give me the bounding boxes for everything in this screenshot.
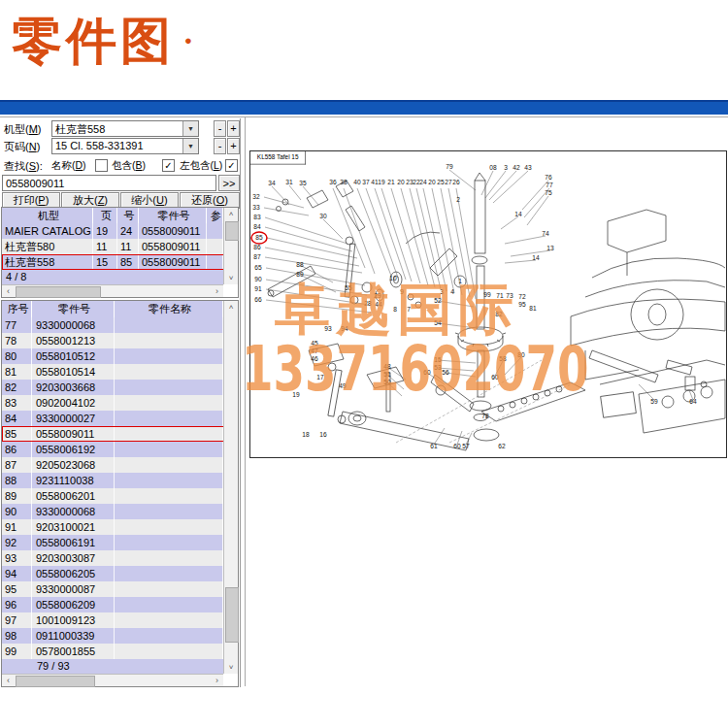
part-number-label: 60 xyxy=(453,443,460,449)
part-row[interactable]: 810558010514 xyxy=(2,364,238,380)
part-number-label: 33 xyxy=(252,204,259,211)
part-row[interactable]: 960558006209 xyxy=(2,597,238,612)
part-row[interactable]: 909330000068 xyxy=(2,504,238,519)
part-number-label: 82 xyxy=(495,311,502,317)
name-checkbox[interactable] xyxy=(95,159,108,172)
part-row[interactable]: 860558006192 xyxy=(2,442,238,457)
part-cell xyxy=(115,380,223,395)
page-row: 页码(N) 15 Cl. 558-331391 ▼ - + xyxy=(1,138,240,154)
title-bullet: ● xyxy=(184,33,192,48)
scroll-right-icon[interactable]: › xyxy=(211,285,223,297)
scroll-down-icon[interactable]: ˅ xyxy=(224,661,238,674)
part-row[interactable]: 940558006205 xyxy=(2,566,238,581)
part-row[interactable]: 980911000339 xyxy=(2,628,238,644)
part-cell: 9231110038 xyxy=(32,473,115,488)
page-combo[interactable]: 15 Cl. 558-331391 ▼ xyxy=(51,138,199,154)
scroll-left-icon[interactable]: ‹ xyxy=(2,285,15,297)
diagram-box: KL558 Tafel 15 7908342437677753431353638… xyxy=(249,150,727,458)
results-hscroll-thumb[interactable] xyxy=(16,286,101,298)
parts-hscrollbar[interactable]: ‹ › xyxy=(2,674,223,686)
scroll-right-icon[interactable]: › xyxy=(211,675,223,686)
part-cell: 9203003668 xyxy=(32,380,115,395)
part-row[interactable]: 779330000068 xyxy=(2,317,238,333)
scroll-up-icon[interactable]: ˄ xyxy=(224,301,238,314)
part-number-label: 60 xyxy=(423,369,430,376)
part-cell: 0558009011 xyxy=(32,426,115,442)
part-number-label: 91 xyxy=(254,285,261,292)
part-number-label: 19 xyxy=(378,179,384,185)
part-row[interactable]: 959330000087 xyxy=(2,581,238,597)
part-cell: 88 xyxy=(2,473,32,488)
search-go-button[interactable]: >> xyxy=(218,175,240,191)
part-row[interactable]: 849330000027 xyxy=(2,411,238,426)
part-number-label: 24 xyxy=(419,179,426,185)
part-cell xyxy=(115,535,223,550)
parts-vscroll-thumb[interactable] xyxy=(225,587,239,643)
part-row[interactable]: 890558006201 xyxy=(2,488,238,504)
part-row[interactable]: 850558009011 xyxy=(2,426,238,442)
part-number-label: 46 xyxy=(311,355,317,362)
results-vscrollbar[interactable]: ˄ ˅ xyxy=(223,208,238,284)
contain-checkbox[interactable]: ✓ xyxy=(162,159,175,172)
part-cell: 95 xyxy=(2,581,32,597)
part-row[interactable]: 939203003087 xyxy=(2,550,238,566)
results-vscroll-thumb[interactable] xyxy=(225,221,239,241)
scroll-down-icon[interactable]: ˅ xyxy=(224,272,238,284)
part-cell: 86 xyxy=(2,442,32,457)
part-cell: 0558010514 xyxy=(32,364,115,380)
part-number-label: 8 xyxy=(393,306,397,313)
page-plus-button[interactable]: + xyxy=(227,138,240,154)
parts-hscroll-thumb[interactable] xyxy=(16,676,95,687)
parts-status-row: 79 / 93 xyxy=(2,659,238,674)
scroll-left-icon[interactable]: ‹ xyxy=(2,675,15,686)
col-index: 序号 xyxy=(2,301,32,317)
col-no: 号 xyxy=(117,208,139,223)
part-number-label: 16 xyxy=(319,431,326,438)
part-number-label: 65 xyxy=(254,264,261,271)
part-number-label: 90 xyxy=(254,276,261,282)
machine-minus-button[interactable]: - xyxy=(214,120,226,137)
part-number-label: 35 xyxy=(299,180,306,186)
part-cell xyxy=(115,550,223,566)
part-row[interactable]: 889231110038 xyxy=(2,473,238,488)
search-input[interactable] xyxy=(2,175,216,191)
part-number-label: 73 xyxy=(506,292,513,299)
result-cell: 0558009011 xyxy=(139,254,207,270)
part-row[interactable]: 919203100021 xyxy=(2,519,238,535)
part-number-label: 85 xyxy=(255,234,262,241)
part-row[interactable]: 920558006191 xyxy=(2,535,238,550)
left-contain-checkbox[interactable]: ✓ xyxy=(225,159,238,172)
part-number-label: 78 xyxy=(481,413,488,419)
part-row[interactable]: 829203003668 xyxy=(2,380,238,395)
part-cell: 81 xyxy=(2,364,32,380)
machine-combo-arrow-icon[interactable]: ▼ xyxy=(182,121,198,136)
part-number-label: 36 xyxy=(329,179,336,185)
machine-plus-button[interactable]: + xyxy=(227,120,240,137)
part-cell xyxy=(115,364,223,380)
part-row[interactable]: 830902004102 xyxy=(2,395,238,411)
machine-combo[interactable]: 杜克普558 ▼ xyxy=(51,120,199,137)
part-number-label: 56 xyxy=(442,369,448,376)
page-combo-arrow-icon[interactable]: ▼ xyxy=(182,139,198,153)
part-row[interactable]: 990578001855 xyxy=(2,644,238,659)
part-number-label: 89 xyxy=(296,271,303,278)
results-hscrollbar[interactable]: ‹ › xyxy=(2,284,223,297)
page-minus-button[interactable]: - xyxy=(214,138,226,154)
result-row[interactable]: 杜克普55815850558009011 xyxy=(2,254,238,270)
part-row[interactable]: 800558010512 xyxy=(2,348,238,364)
result-row[interactable]: MAIER CATALOG19240558009011 xyxy=(2,223,238,239)
part-cell: 84 xyxy=(2,411,32,426)
part-number-label: 95 xyxy=(518,301,525,308)
part-row[interactable]: 971001009123 xyxy=(2,612,238,628)
part-row[interactable]: 879205023068 xyxy=(2,457,238,473)
part-number-label: 94 xyxy=(341,325,347,332)
part-cell: 87 xyxy=(2,457,32,473)
scroll-up-icon[interactable]: ˄ xyxy=(224,208,238,220)
part-number-label: 99 xyxy=(483,291,490,298)
result-row[interactable]: 杜克普58011110558009011 xyxy=(2,239,238,254)
search-input-row: >> xyxy=(1,175,240,191)
part-number-label: 45 xyxy=(311,340,317,347)
part-cell: 0558006192 xyxy=(32,442,115,457)
part-row[interactable]: 780558001213 xyxy=(2,333,238,348)
parts-vscrollbar[interactable]: ˄ ˅ xyxy=(223,301,238,674)
